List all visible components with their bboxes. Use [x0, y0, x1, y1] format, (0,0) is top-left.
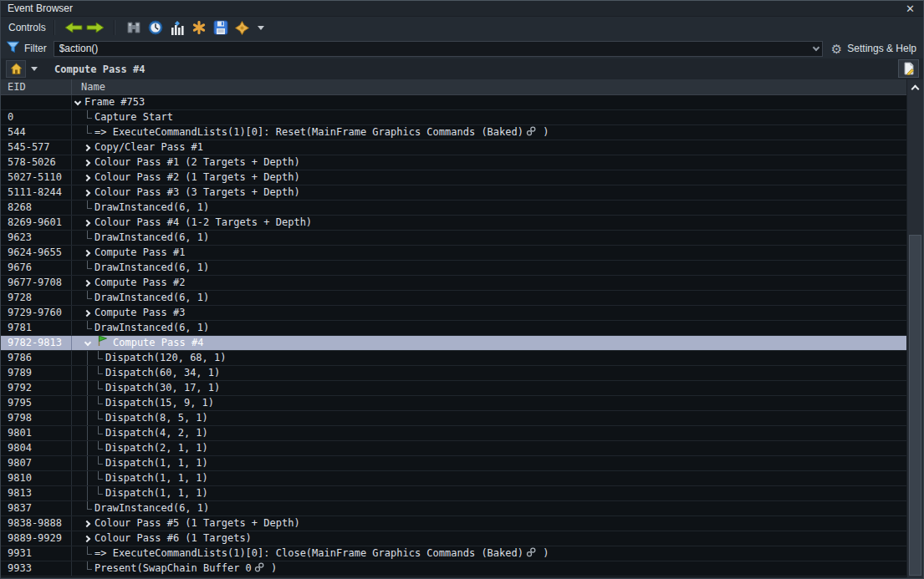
- table-row[interactable]: 5111-8244Colour Pass #3 (3 Targets + Dep…: [1, 185, 906, 201]
- table-row[interactable]: 9789Dispatch(60, 34, 1): [1, 366, 906, 381]
- collapse-chevron-icon[interactable]: [84, 535, 90, 541]
- toolbar: Controls: [1, 17, 923, 38]
- event-label: Copy/Clear Pass #1: [94, 140, 203, 155]
- collapse-chevron-icon[interactable]: [84, 279, 90, 286]
- table-row[interactable]: 9933Present(SwapChain Buffer 0 ): [1, 561, 906, 576]
- collapse-chevron-icon[interactable]: [84, 219, 90, 226]
- collapse-chevron-icon[interactable]: [84, 189, 90, 196]
- table-row[interactable]: 9889-9929Colour Pass #6 (1 Targets): [1, 531, 906, 546]
- collapse-chevron-icon[interactable]: [84, 174, 90, 180]
- collapse-chevron-icon[interactable]: [84, 309, 90, 316]
- table-row[interactable]: Frame #753: [1, 95, 906, 110]
- indent-spacer: [72, 147, 84, 148]
- table-row[interactable]: 9810Dispatch(1, 1, 1): [1, 471, 906, 486]
- indent-spacer: [72, 478, 84, 479]
- table-row[interactable]: 578-5026Colour Pass #1 (2 Targets + Dept…: [1, 155, 906, 170]
- event-name-cell: Colour Pass #3 (3 Targets + Depth): [72, 185, 906, 200]
- close-icon[interactable]: ✕: [904, 3, 916, 14]
- table-row[interactable]: 9623DrawInstanced(6, 1): [1, 231, 906, 246]
- forward-arrow-icon[interactable]: [84, 18, 106, 37]
- breadcrumb[interactable]: Compute Pass #4: [54, 63, 145, 75]
- table-row[interactable]: 9729-9760Compute Pass #3: [1, 306, 906, 321]
- table-row[interactable]: 9677-9708Compute Pass #2: [1, 276, 906, 291]
- eid-cell: 0: [1, 110, 72, 124]
- breadcrumb-dropdown-icon[interactable]: [31, 67, 38, 71]
- event-label-suffix: ): [265, 561, 277, 576]
- extensions-icon[interactable]: [232, 18, 253, 37]
- gear-icon[interactable]: ⚙: [831, 43, 842, 55]
- event-label: Compute Pass #3: [94, 306, 185, 320]
- home-icon[interactable]: [6, 60, 26, 78]
- event-label: Dispatch(60, 34, 1): [105, 366, 220, 380]
- scrollbar-thumb[interactable]: [909, 235, 921, 576]
- event-label: Present(SwapChain Buffer 0: [94, 561, 252, 576]
- find-icon[interactable]: [123, 18, 145, 37]
- back-arrow-icon[interactable]: [63, 18, 84, 37]
- tree-guide: [84, 486, 94, 500]
- edit-bookmarks-button[interactable]: [898, 59, 919, 78]
- table-row[interactable]: 9798Dispatch(8, 5, 1): [1, 411, 906, 426]
- filter-input[interactable]: [59, 43, 814, 54]
- table-row[interactable]: 9837DrawInstanced(6, 1): [1, 501, 906, 516]
- table-row[interactable]: 9801Dispatch(4, 2, 1): [1, 426, 906, 441]
- event-label-suffix: ): [537, 546, 549, 561]
- expand-chevron-icon[interactable]: [84, 338, 91, 345]
- table-row[interactable]: 9624-9655Compute Pass #1: [1, 246, 906, 261]
- bookmark-icon[interactable]: [188, 18, 210, 37]
- column-header-name[interactable]: Name: [72, 79, 906, 94]
- indent-spacer: [72, 523, 84, 524]
- table-row[interactable]: 9781DrawInstanced(6, 1): [1, 321, 906, 336]
- eid-cell: 9813: [1, 486, 72, 500]
- event-name-cell: Colour Pass #6 (1 Targets): [72, 531, 906, 546]
- table-row[interactable]: 545-577Copy/Clear Pass #1: [1, 140, 906, 155]
- eid-cell: 9781: [1, 321, 72, 335]
- indent-spacer: [72, 252, 84, 253]
- event-label: Compute Pass #4: [113, 336, 203, 350]
- column-header-eid[interactable]: EID: [1, 79, 72, 94]
- event-name-cell: DrawInstanced(6, 1): [72, 501, 906, 516]
- eid-cell: 9801: [1, 426, 72, 440]
- table-row[interactable]: 544=> ExecuteCommandLists(1)[0]: Reset(M…: [1, 125, 906, 140]
- resource-link-icon[interactable]: [254, 562, 264, 576]
- table-row[interactable]: 8269-9601Colour Pass #4 (1-2 Targets + D…: [1, 216, 906, 231]
- tree-branch-tick: [94, 396, 105, 410]
- table-row[interactable]: 8268DrawInstanced(6, 1): [1, 201, 906, 216]
- table-row[interactable]: 9807Dispatch(1, 1, 1): [1, 456, 906, 471]
- table-row[interactable]: 0Capture Start: [1, 110, 906, 125]
- table-row[interactable]: 9804Dispatch(2, 1, 1): [1, 441, 906, 456]
- timing-icon[interactable]: [145, 18, 166, 37]
- export-icon[interactable]: [210, 18, 232, 37]
- vertical-scrollbar[interactable]: [906, 79, 923, 577]
- resource-link-icon[interactable]: [526, 547, 536, 561]
- table-row[interactable]: 9676DrawInstanced(6, 1): [1, 261, 906, 276]
- table-row[interactable]: 9786Dispatch(120, 68, 1): [1, 351, 906, 366]
- table-row[interactable]: 9782-9813Compute Pass #4: [1, 336, 906, 351]
- collapse-chevron-icon[interactable]: [84, 249, 90, 256]
- tree-branch-tick: [84, 546, 94, 561]
- tree-branch-tick: [94, 381, 105, 395]
- collapse-chevron-icon[interactable]: [84, 520, 90, 526]
- table-row[interactable]: 9838-9888Colour Pass #5 (1 Targets + Dep…: [1, 516, 906, 531]
- expand-chevron-icon[interactable]: [74, 98, 81, 104]
- event-name-cell: Frame #753: [72, 95, 906, 109]
- table-row[interactable]: 9792Dispatch(30, 17, 1): [1, 381, 906, 396]
- scrollbar-up-icon[interactable]: [907, 79, 923, 94]
- collapse-chevron-icon[interactable]: [84, 144, 90, 150]
- filter-combobox[interactable]: [54, 41, 823, 57]
- eid-cell: 9782-9813: [1, 336, 72, 350]
- table-row[interactable]: 9728DrawInstanced(6, 1): [1, 291, 906, 306]
- settings-help-label[interactable]: Settings & Help: [847, 43, 916, 54]
- resource-link-icon[interactable]: [526, 126, 536, 140]
- tree-branch-tick: [94, 351, 105, 365]
- table-row[interactable]: 9931=> ExecuteCommandLists(1)[0]: Close(…: [1, 546, 906, 561]
- filter-dropdown-chevron-icon[interactable]: [813, 43, 819, 50]
- extensions-dropdown-icon[interactable]: [258, 26, 264, 30]
- event-name-cell: DrawInstanced(6, 1): [72, 231, 906, 245]
- table-row[interactable]: 9795Dispatch(15, 9, 1): [1, 396, 906, 411]
- eid-cell: 9676: [1, 261, 72, 275]
- collapse-chevron-icon[interactable]: [84, 159, 90, 165]
- indent-spacer: [72, 403, 84, 404]
- table-row[interactable]: 5027-5110Colour Pass #2 (1 Targets + Dep…: [1, 170, 906, 185]
- stats-icon[interactable]: [166, 18, 188, 37]
- table-row[interactable]: 9813Dispatch(1, 1, 1): [1, 486, 906, 501]
